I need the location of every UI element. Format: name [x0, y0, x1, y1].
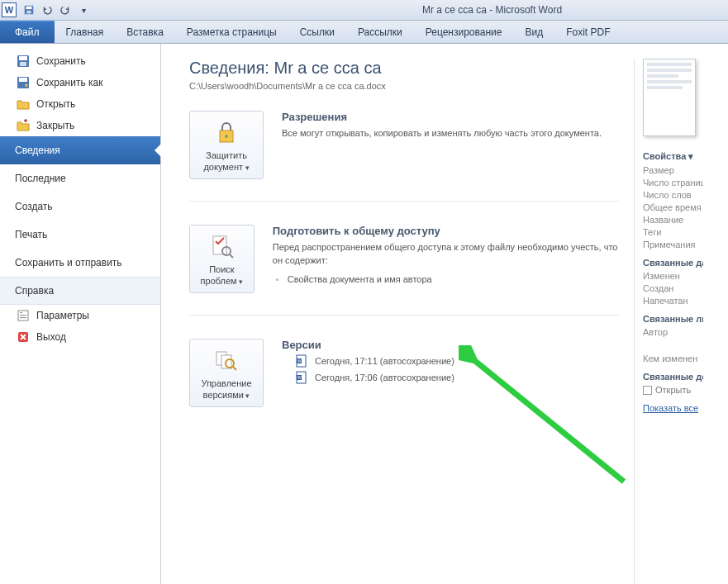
versions-btn-l1: Управление: [193, 377, 259, 389]
related-docs-heading: Связанные документы: [643, 372, 703, 382]
prop-words: Число слов: [643, 190, 703, 200]
versions-title: Версии: [282, 339, 454, 351]
nav-recent[interactable]: Последние: [0, 164, 160, 192]
tab-insert[interactable]: Вставка: [115, 21, 175, 43]
backstage-view: Сохранить Сохранить как Открыть Закрыть …: [0, 44, 728, 584]
tab-file[interactable]: Файл: [0, 21, 55, 43]
info-panel: Сведения: Mr a ce cca ca C:\Users\woodh\…: [189, 59, 619, 584]
svg-point-14: [225, 135, 228, 138]
protect-document-button[interactable]: Защитить документ: [189, 111, 264, 179]
document-path: C:\Users\woodh\Documents\Mr a ce cca ca.…: [189, 81, 619, 91]
prop-printed: Напечатан: [643, 296, 703, 306]
nav-sharesend[interactable]: Сохранить и отправить: [0, 249, 160, 277]
nav-save[interactable]: Сохранить: [0, 50, 160, 72]
qat-redo-button[interactable]: [56, 2, 74, 18]
inspect-icon: [193, 232, 250, 260]
lock-icon: [193, 118, 259, 146]
backstage-leftnav: Сохранить Сохранить как Открыть Закрыть …: [0, 44, 161, 584]
tab-home[interactable]: Главная: [55, 21, 116, 43]
nav-new[interactable]: Создать: [0, 192, 160, 221]
info-heading: Сведения: Mr a ce cca ca: [189, 59, 619, 78]
nav-save-label: Сохранить: [36, 55, 86, 67]
options-icon: [17, 309, 30, 322]
nav-recent-label: Последние: [15, 173, 66, 184]
backstage-main: Сведения: Mr a ce cca ca C:\Users\woodh\…: [161, 44, 728, 584]
tab-foxit[interactable]: Foxit PDF: [554, 21, 621, 43]
svg-rect-15: [213, 236, 226, 254]
window-title: Mr a ce cca ca - Microsoft Word: [93, 4, 726, 16]
word-doc-icon: W: [295, 371, 308, 384]
protect-btn-l1: Защитить: [193, 150, 259, 161]
nav-info[interactable]: Сведения: [0, 136, 160, 164]
nav-sharesend-label: Сохранить и отправить: [15, 257, 122, 268]
qat-customize-button[interactable]: ▾: [74, 2, 93, 18]
prop-pages: Число страниц: [643, 178, 703, 188]
nav-open[interactable]: Открыть: [0, 93, 160, 115]
nav-saveas-label: Сохранить как: [36, 77, 102, 88]
prop-time: Общее время: [643, 202, 703, 212]
nav-saveas[interactable]: Сохранить как: [0, 72, 160, 93]
ribbon-tabs: Файл Главная Вставка Разметка страницы С…: [0, 21, 728, 44]
nav-new-label: Создать: [15, 201, 53, 212]
prop-modified: Изменен: [643, 271, 703, 281]
save-icon: [17, 55, 30, 68]
tab-mailings[interactable]: Рассылки: [346, 21, 414, 43]
show-all-link[interactable]: Показать все: [643, 403, 703, 413]
check-btn-l1: Поиск: [193, 264, 250, 275]
nav-print[interactable]: Печать: [0, 221, 160, 249]
qat-save-button[interactable]: [20, 2, 38, 18]
prop-size: Размер: [643, 165, 703, 175]
document-thumbnail[interactable]: [643, 59, 696, 136]
nav-close[interactable]: Закрыть: [0, 115, 160, 136]
version-item[interactable]: W Сегодня, 17:11 (автосохранение): [295, 354, 454, 368]
svg-text:W: W: [297, 358, 302, 363]
prop-lastmod: Кем изменен: [643, 354, 703, 363]
versions-btn-l2: версиями: [193, 389, 259, 401]
nav-options-label: Параметры: [36, 310, 89, 321]
nav-info-label: Сведения: [15, 145, 60, 156]
svg-rect-10: [20, 315, 26, 316]
prop-author: Автор: [643, 327, 703, 337]
version-label: Сегодня, 17:11 (автосохранение): [315, 356, 454, 366]
prop-tags: Теги: [643, 227, 703, 237]
nav-help[interactable]: Справка: [0, 277, 160, 305]
nav-exit-label: Выход: [36, 331, 66, 343]
prop-comments: Примечания: [643, 240, 703, 249]
svg-rect-11: [20, 317, 26, 318]
check-issues-button[interactable]: Поиск проблем: [189, 225, 255, 293]
svg-rect-2: [26, 11, 31, 14]
props-heading[interactable]: Свойства ▾: [643, 151, 703, 162]
tab-layout[interactable]: Разметка страницы: [175, 21, 288, 43]
folder-icon: [643, 386, 652, 395]
saveas-icon: [17, 76, 30, 89]
svg-text:W: W: [297, 375, 302, 380]
related-people-heading: Связанные люди: [643, 314, 703, 324]
protect-btn-l2: документ: [193, 161, 259, 173]
nav-options[interactable]: Параметры: [0, 305, 160, 326]
manage-versions-button[interactable]: Управление версиями: [189, 339, 264, 407]
check-btn-l2: проблем: [193, 275, 250, 287]
svg-rect-9: [20, 312, 22, 313]
open-location-link[interactable]: Открыть: [643, 385, 703, 395]
permissions-desc: Все могут открывать, копировать и изменя…: [282, 126, 602, 140]
svg-rect-4: [19, 56, 27, 60]
nav-help-label: Справка: [15, 285, 54, 297]
nav-print-label: Печать: [15, 229, 47, 240]
tab-references[interactable]: Ссылки: [288, 21, 346, 43]
qat-undo-button[interactable]: [38, 2, 56, 18]
versions-icon: [193, 346, 259, 374]
exit-icon: [17, 330, 30, 344]
section-prepare: Поиск проблем Подготовить к общему досту…: [189, 225, 619, 316]
permissions-title: Разрешения: [282, 111, 602, 123]
tab-view[interactable]: Вид: [513, 21, 554, 43]
nav-exit[interactable]: Выход: [0, 326, 160, 348]
prepare-desc: Перед распространением общего доступа к …: [273, 240, 619, 268]
prepare-title: Подготовить к общему доступу: [273, 225, 619, 237]
section-versions: Управление версиями Версии W Сегодня, 17…: [189, 339, 619, 429]
tab-review[interactable]: Рецензирование: [414, 21, 514, 43]
open-icon: [17, 97, 30, 111]
svg-rect-5: [20, 62, 26, 66]
close-icon: [17, 119, 30, 132]
properties-panel: Свойства ▾ Размер Число страниц Число сл…: [634, 59, 703, 584]
version-item[interactable]: W Сегодня, 17:06 (автосохранение): [295, 371, 454, 384]
